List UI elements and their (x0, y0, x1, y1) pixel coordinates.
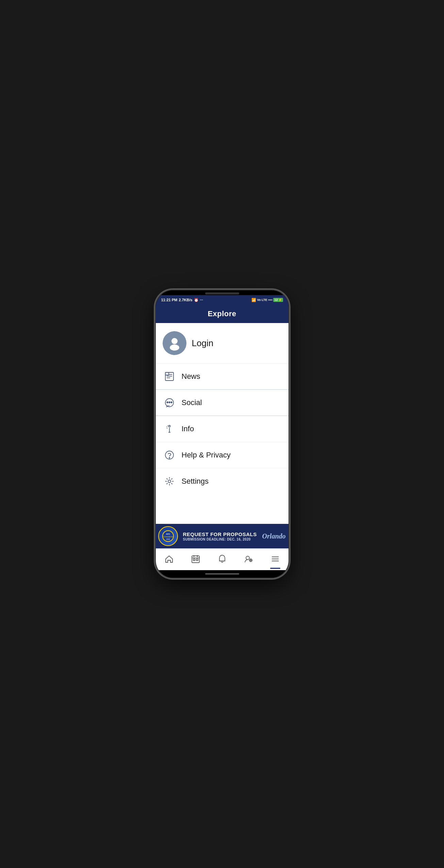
svg-text:AYC: AYC (166, 533, 170, 535)
menu-item-help-privacy[interactable]: Help & Privacy (156, 442, 289, 468)
bottom-nav (156, 548, 289, 570)
menu-item-social[interactable]: Social (156, 390, 289, 416)
info-label: Info (182, 424, 194, 433)
banner-text: REQUEST FOR PROPOSALS SUBMISSION DEADLIN… (180, 529, 262, 543)
svg-rect-25 (193, 559, 195, 561)
news-label: News (182, 372, 200, 381)
status-left: 11:21 PM 2.7KB/s ⏰ ··· (161, 298, 203, 302)
avatar (163, 331, 186, 355)
settings-label: Settings (182, 477, 209, 486)
menu-item-info[interactable]: Info (156, 416, 289, 442)
banner-title: REQUEST FOR PROPOSALS (183, 531, 260, 537)
news-icon (163, 370, 176, 383)
svg-point-15 (169, 457, 169, 458)
more-dots: ··· (200, 298, 203, 302)
menu-nav-icon (270, 554, 280, 565)
congress-badge: AYC CONGRESS 2020 (158, 526, 178, 546)
menu-section: News Social (156, 364, 289, 494)
nav-item-menu[interactable] (262, 549, 289, 570)
time: 11:21 PM (161, 298, 178, 302)
svg-point-10 (171, 402, 172, 403)
nav-item-calendar[interactable] (182, 549, 209, 570)
menu-item-settings[interactable]: Settings (156, 468, 289, 494)
svg-point-9 (169, 402, 170, 403)
menu-item-news[interactable]: News (156, 364, 289, 390)
congress-logo-icon: AYC CONGRESS 2020 (162, 530, 174, 542)
content-spacer (156, 494, 289, 524)
nav-item-home[interactable] (156, 549, 182, 570)
login-label[interactable]: Login (192, 338, 214, 349)
wifi-icon: 📶 (251, 298, 256, 302)
help-icon (163, 449, 176, 461)
phone-frame: 11:21 PM 2.7KB/s ⏰ ··· 📶 Vo LTE ▪▪▪▪ 12 … (156, 290, 289, 578)
profile-nav-icon (244, 554, 253, 565)
svg-text:2020: 2020 (166, 538, 170, 540)
social-icon (163, 397, 176, 409)
app-header: Explore (156, 305, 289, 323)
avatar-icon (166, 335, 183, 352)
svg-point-16 (168, 480, 171, 483)
svg-rect-6 (165, 372, 169, 375)
banner-location: Orlando (262, 532, 289, 540)
notch (156, 290, 289, 295)
app-content: Login News (156, 323, 289, 548)
help-privacy-label: Help & Privacy (182, 451, 231, 460)
banner-ad[interactable]: AYC CONGRESS 2020 REQUEST FOR PROPOSALS … (156, 524, 289, 548)
header-title: Explore (208, 309, 236, 318)
settings-icon (163, 475, 176, 487)
bell-nav-icon (217, 554, 227, 565)
home-nav-icon (164, 554, 174, 565)
svg-point-8 (167, 402, 168, 403)
svg-point-28 (246, 556, 249, 560)
svg-point-1 (170, 344, 179, 351)
signal-icons: Vo LTE ▪▪▪▪ (257, 298, 273, 302)
alarm-icon: ⏰ (194, 298, 199, 302)
status-bar: 11:21 PM 2.7KB/s ⏰ ··· 📶 Vo LTE ▪▪▪▪ 12 … (156, 295, 289, 305)
nav-item-notifications[interactable] (209, 549, 235, 570)
info-icon (163, 423, 176, 435)
status-right: 📶 Vo LTE ▪▪▪▪ 12 ⚡ (251, 298, 283, 302)
speed: 2.7KB/s (179, 298, 192, 302)
banner-logo: AYC CONGRESS 2020 (156, 524, 180, 548)
nav-item-profile[interactable] (235, 549, 262, 570)
calendar-nav-icon (191, 554, 200, 565)
svg-point-0 (171, 338, 178, 344)
home-bar (156, 570, 289, 578)
banner-subtitle: SUBMISSION DEADLINE: DEC. 16, 2020 (183, 537, 260, 541)
svg-text:CONGRESS: CONGRESS (163, 536, 173, 538)
battery-icon: 12 ⚡ (273, 298, 283, 302)
svg-rect-26 (196, 559, 198, 561)
home-indicator (205, 573, 239, 575)
login-section[interactable]: Login (156, 323, 289, 364)
social-label: Social (182, 398, 202, 407)
